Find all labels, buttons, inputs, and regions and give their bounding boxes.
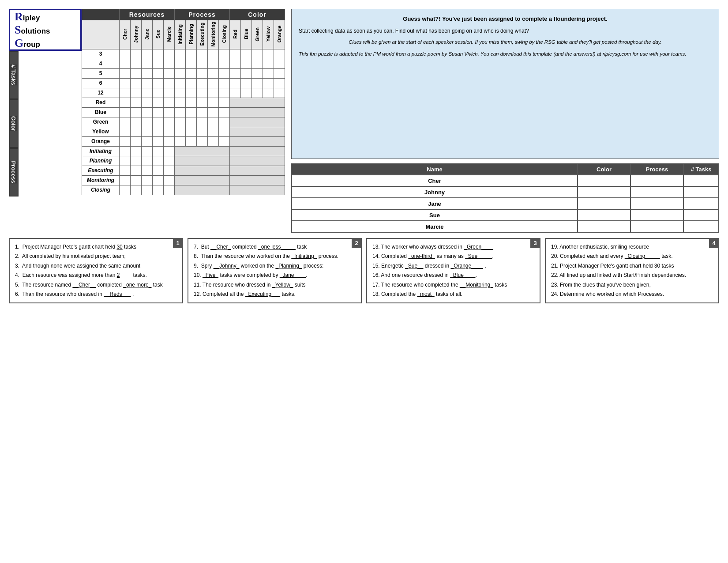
clue-2-1: 7. But __Cher_ completed _one less_____ … — [194, 242, 356, 251]
clue-2-3: 9. Spry __Johnny_ worked on the _Plannin… — [194, 261, 356, 270]
col-closing: Closing — [219, 20, 230, 49]
row-label-4: 4 — [82, 59, 120, 68]
process-side-label: Process — [9, 148, 19, 196]
cell-3-johnny[interactable] — [131, 49, 142, 59]
cell-3-blue[interactable] — [241, 49, 252, 59]
summary-name-johnny: Johnny — [292, 186, 578, 198]
cell-3-orange[interactable] — [274, 49, 285, 59]
table-row: 6 — [82, 78, 285, 88]
process-header: Process — [175, 9, 230, 20]
table-row: Green — [82, 117, 285, 127]
clue-number-4: 4 — [709, 238, 719, 248]
cell-3-clos[interactable] — [219, 49, 230, 59]
cell-3-yellow[interactable] — [263, 49, 274, 59]
row-label-green: Green — [82, 117, 120, 127]
logo: R ipley S olutions G roup — [9, 9, 82, 51]
clue-1-6: 6. Than the resource who dressed in __Re… — [15, 290, 177, 299]
clue-1-4: 4. Each resource was assigned more than … — [15, 271, 177, 280]
clue-2-6: 12. Completed all the _Executing___ task… — [194, 290, 356, 299]
info-credit: This fun puzzle is adapted to the PM wor… — [299, 50, 712, 58]
clue-number-3: 3 — [530, 238, 540, 248]
summary-color-johnny[interactable] — [578, 186, 630, 198]
clue-1-1: 1. Project Manager Pete's gantt chart he… — [15, 242, 177, 251]
cell-3-jane[interactable] — [142, 49, 153, 59]
row-label-planning: Planning — [82, 156, 120, 166]
row-label-monitoring: Monitoring — [82, 175, 120, 185]
summary-tasks-sue[interactable] — [683, 209, 719, 221]
table-row: 5 — [82, 68, 285, 78]
cell-3-cher[interactable] — [120, 49, 131, 59]
col-red: Red — [230, 20, 241, 49]
info-italic: Clues will be given at the start of each… — [299, 38, 712, 46]
summary-color-marcie[interactable] — [578, 221, 630, 232]
cell-3-green[interactable] — [252, 49, 263, 59]
summary-process-johnny[interactable] — [630, 186, 683, 198]
summary-name-cher: Cher — [292, 175, 578, 186]
puzzle-grid: Resources Process Color — [82, 9, 285, 195]
summary-color-sue[interactable] — [578, 209, 630, 221]
col-executing: Executing — [197, 20, 208, 49]
summary-process-cher[interactable] — [630, 175, 683, 186]
clue-4-3: 21. Project Manager Pete's gantt chart h… — [551, 261, 713, 270]
cell-3-red[interactable] — [230, 49, 241, 59]
summary-process-jane[interactable] — [630, 198, 683, 209]
clue-2-5: 11. The resource who dressed in _Yellow_… — [194, 280, 356, 289]
clue-4-2: 20. Completed each and every _Closing___… — [551, 252, 713, 261]
clue-number-2: 2 — [352, 238, 361, 248]
row-label-closing: Closing — [82, 185, 120, 195]
color-side-label: Color — [9, 99, 19, 148]
row-label-blue: Blue — [82, 107, 120, 117]
cell-3-exec[interactable] — [197, 49, 208, 59]
summary-tasks-johnny[interactable] — [683, 186, 719, 198]
summary-tasks-marcie[interactable] — [683, 221, 719, 232]
table-row: Red — [82, 98, 285, 107]
corner-cell — [82, 9, 120, 20]
table-row: Monitoring — [82, 175, 285, 185]
cell-3-marcie[interactable] — [164, 49, 175, 59]
clue-4-6: 24. Determine who worked on which Proces… — [551, 290, 713, 299]
cell-3-sue[interactable] — [153, 49, 164, 59]
row-label-3: 3 — [82, 49, 120, 59]
row-label-orange: Orange — [82, 136, 120, 146]
summary-col-color: Color — [578, 164, 630, 175]
row-label-12: 12 — [82, 88, 120, 98]
clue-3-3: 15. Energetic _Sue__ dressed in _Orange_… — [372, 261, 534, 270]
col-marcie: Marcie — [164, 20, 175, 49]
clues-section: 1 1. Project Manager Pete's gantt chart … — [9, 238, 719, 303]
summary-name-marcie: Marcie — [292, 221, 578, 232]
cell-3-plan[interactable] — [186, 49, 197, 59]
col-jane: Jane — [142, 20, 153, 49]
col-initiating: Initiating — [175, 20, 186, 49]
cell-3-mon[interactable] — [208, 49, 219, 59]
tasks-side-label: # Tasks — [9, 51, 19, 99]
summary-process-sue[interactable] — [630, 209, 683, 221]
info-body: Start collecting data as soon as you can… — [299, 27, 712, 35]
summary-process-marcie[interactable] — [630, 221, 683, 232]
summary-color-jane[interactable] — [578, 198, 630, 209]
col-blue: Blue — [241, 20, 252, 49]
row-label-5: 5 — [82, 68, 120, 78]
clue-4-1: 19. Another enthusiastic, smiling resour… — [551, 242, 713, 251]
table-row: Orange — [82, 136, 285, 146]
clue-1-5: 5. The resource named __Cher__ completed… — [15, 280, 177, 289]
logo-r: R — [15, 10, 23, 23]
summary-col-tasks: # Tasks — [683, 164, 719, 175]
table-row: 12 — [82, 88, 285, 98]
clue-box-1: 1 1. Project Manager Pete's gantt chart … — [9, 238, 183, 303]
col-cher: Cher — [120, 20, 131, 49]
table-row: Initiating — [82, 146, 285, 156]
clue-box-4: 4 19. Another enthusiastic, smiling reso… — [545, 238, 719, 303]
summary-tasks-cher[interactable] — [683, 175, 719, 186]
logo-rest-roup: roup — [23, 40, 40, 49]
summary-tasks-jane[interactable] — [683, 198, 719, 209]
cell-3-init[interactable] — [175, 49, 186, 59]
clue-3-2: 14. Completed _one-third_ as many as _Su… — [372, 252, 534, 261]
row-label-executing: Executing — [82, 166, 120, 175]
col-planning: Planning — [186, 20, 197, 49]
clue-1-2: 2. All completed by his motivated projec… — [15, 252, 177, 261]
clue-2-2: 8. Than the resource who worked on the _… — [194, 252, 356, 261]
clue-3-4: 16. And one resource dressed in _Blue___… — [372, 271, 534, 280]
summary-row-sue: Sue — [292, 209, 719, 221]
summary-color-cher[interactable] — [578, 175, 630, 186]
color-header: Color — [230, 9, 285, 20]
